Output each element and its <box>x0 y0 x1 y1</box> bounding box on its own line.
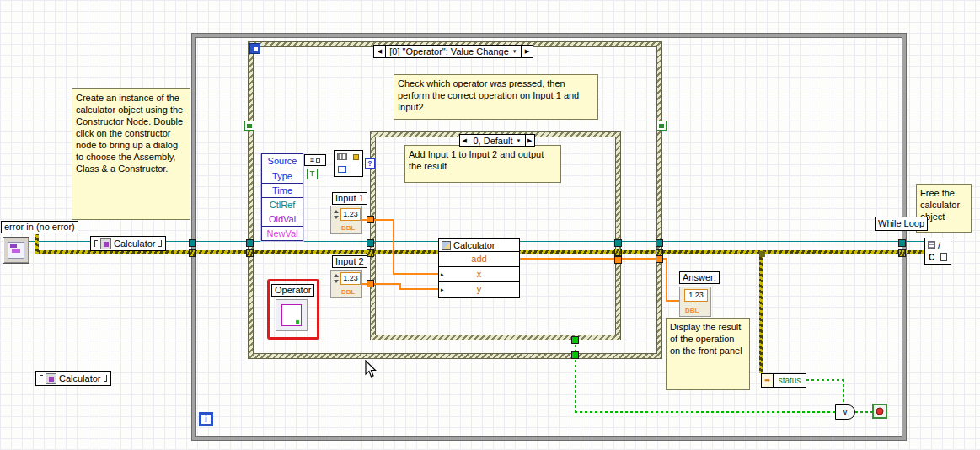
invoke-param-y-row[interactable]: ▸y <box>439 282 519 297</box>
case-title[interactable]: 0, Default▼ <box>469 135 524 146</box>
tunnel-numeric[interactable] <box>614 256 622 264</box>
dotnet-refnum-icon <box>46 373 56 384</box>
error-wire-drop[interactable] <box>35 234 39 254</box>
answer-indicator[interactable]: 1.23 DBL <box>679 287 711 317</box>
numeric-wire-input1[interactable] <box>393 219 394 274</box>
tunnel-numeric[interactable] <box>656 255 663 263</box>
wire-junction <box>759 251 765 257</box>
tunnel-reference[interactable] <box>189 239 196 247</box>
previous-case-arrow[interactable]: ◀ <box>374 46 386 57</box>
index-icon <box>338 166 346 173</box>
stop-button-icon <box>876 408 884 415</box>
event-field-type: Type <box>262 169 303 183</box>
input-terminal-icon: ▸ <box>441 282 444 297</box>
previous-case-arrow[interactable]: ◀ <box>460 135 469 146</box>
boolean-wire-or-out[interactable] <box>855 411 872 413</box>
terminal-adorner <box>104 375 107 382</box>
invoke-node-title: Calculator <box>453 240 495 250</box>
tunnel-numeric[interactable] <box>367 280 374 287</box>
tunnel-reference[interactable] <box>246 239 254 247</box>
invoke-method-row[interactable]: add <box>439 252 519 267</box>
input1-label: Input 1 <box>332 192 367 205</box>
or-gate-node[interactable]: v <box>835 404 855 420</box>
event-case-title[interactable]: [0] "Operator": Value Change▼ <box>386 46 521 57</box>
search-array-node[interactable] <box>334 150 363 177</box>
comment-create-instance: Create an instance of the calculator obj… <box>72 88 190 220</box>
numeric-wire-result[interactable] <box>666 300 679 302</box>
dynamic-event-terminal-right[interactable] <box>656 121 667 131</box>
input1-dtype: DBL <box>341 224 355 232</box>
array-icon <box>337 153 347 160</box>
mouse-cursor <box>364 360 378 378</box>
equal-icon: ≡ <box>310 156 314 164</box>
constructor-node[interactable] <box>3 237 29 264</box>
boolean-wire-case[interactable] <box>575 411 836 413</box>
equal-node[interactable]: ≡ <box>304 154 326 166</box>
case-selector-header: ◀ 0, Default▼ ▶ <box>459 134 535 147</box>
status-unbundle-node[interactable]: ➡ status <box>761 373 806 388</box>
invoke-param-y-label: y <box>477 284 482 294</box>
increment-decrement-icon <box>333 274 340 283</box>
tunnel-boolean[interactable] <box>571 351 579 359</box>
input2-dtype: DBL <box>341 288 355 296</box>
close-c-glyph: C <box>929 253 934 262</box>
true-constant[interactable]: T <box>307 169 318 179</box>
tunnel-error[interactable] <box>614 249 622 256</box>
case-dropdown-icon[interactable]: ▼ <box>517 138 522 143</box>
compare-box-icon <box>316 158 320 163</box>
calculator-class-constant[interactable]: Calculator <box>90 236 166 251</box>
numeric-wire-result[interactable] <box>666 258 667 302</box>
next-case-arrow[interactable]: ▶ <box>521 46 533 57</box>
numeric-wire-input2[interactable] <box>399 288 438 290</box>
invoke-node-calculator[interactable]: Calculator add ▸x ▸y <box>438 238 520 298</box>
iteration-terminal[interactable]: i <box>199 412 213 426</box>
element-icon <box>353 154 359 160</box>
timeout-icon <box>254 47 258 51</box>
numeric-wire-result[interactable] <box>520 258 667 260</box>
case-selector-terminal[interactable]: ? <box>365 158 375 169</box>
dynamic-event-terminal-left[interactable] <box>244 121 254 131</box>
invoke-node-header: Calculator <box>439 239 519 252</box>
tunnel-error[interactable] <box>367 249 374 257</box>
numeric-wire-input1[interactable] <box>393 273 438 275</box>
terminal-adorner <box>94 240 98 247</box>
tunnel-reference[interactable] <box>614 239 622 247</box>
boolean-wire-status[interactable] <box>806 379 844 381</box>
case-dropdown-icon[interactable]: ▼ <box>512 49 517 54</box>
input-terminal-icon: ▸ <box>441 267 444 281</box>
status-element-label: status <box>774 376 806 385</box>
increment-decrement-icon <box>333 210 340 219</box>
event-timeout-terminal[interactable] <box>249 43 260 54</box>
answer-value: 1.23 <box>684 289 708 302</box>
event-selector-header: ◀ [0] "Operator": Value Change▼ ▶ <box>373 45 533 58</box>
next-case-arrow[interactable]: ▶ <box>525 135 534 146</box>
close-reference-node[interactable]: / C <box>924 238 951 265</box>
loop-condition-terminal[interactable] <box>872 404 887 419</box>
input2-label: Input 2 <box>332 255 367 268</box>
event-case-title-text: [0] "Operator": Value Change <box>389 46 509 56</box>
tunnel-error[interactable] <box>898 249 906 257</box>
event-data-node[interactable]: Source Type Time CtlRef OldVal NewVal <box>261 153 303 241</box>
tunnel-reference[interactable] <box>367 239 374 247</box>
tunnel-boolean[interactable] <box>571 336 579 344</box>
tunnel-error[interactable] <box>246 249 254 257</box>
tunnel-numeric[interactable] <box>367 216 374 223</box>
tunnel-reference[interactable] <box>656 239 663 247</box>
input1-value: 1.23 <box>340 208 361 221</box>
error-in-label[interactable]: error in (no error) <box>1 221 78 233</box>
tunnel-error[interactable] <box>189 249 196 257</box>
input1-control[interactable]: 1.23 DBL <box>330 206 362 234</box>
dotnet-refnum-icon <box>100 238 111 249</box>
invoke-param-x-row[interactable]: ▸x <box>439 267 519 282</box>
comment-display-result: Display the result of the operation on t… <box>666 318 750 390</box>
boolean-wire-status[interactable] <box>843 379 844 406</box>
input2-value: 1.23 <box>340 272 361 285</box>
answer-label: Answer: <box>679 271 720 284</box>
class-constant-label: Calculator <box>59 373 101 383</box>
while-loop-label[interactable]: While Loop <box>875 217 928 231</box>
input2-control[interactable]: 1.23 DBL <box>330 270 362 298</box>
constructor-node-icon <box>8 242 24 259</box>
tunnel-reference[interactable] <box>898 239 906 247</box>
error-wire-status-branch[interactable] <box>759 254 763 373</box>
calculator-class-constant[interactable]: Calculator <box>35 371 111 386</box>
